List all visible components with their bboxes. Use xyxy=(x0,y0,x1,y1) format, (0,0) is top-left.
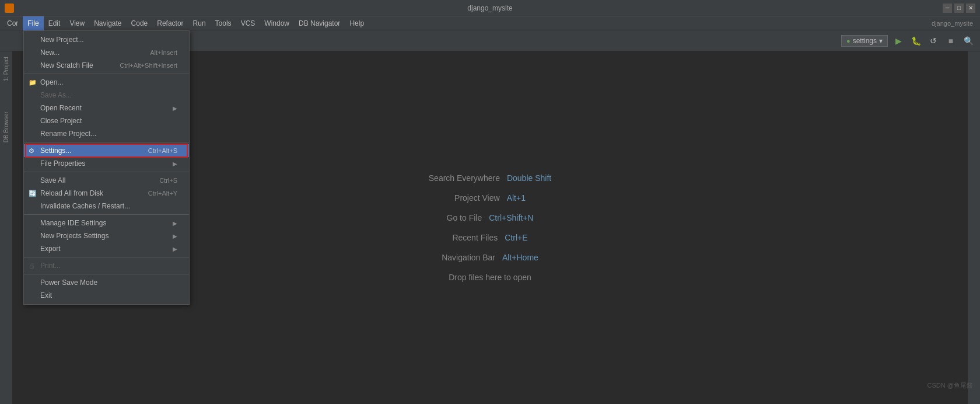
menu-item-help[interactable]: Help xyxy=(345,16,369,30)
menu-item-edit[interactable]: Edit xyxy=(44,16,65,30)
sep-1 xyxy=(24,74,189,74)
new-project-label: New Project... xyxy=(40,36,84,44)
menu-export[interactable]: Export ▶ xyxy=(24,242,189,255)
search-everywhere-key: Double Shift xyxy=(507,173,551,183)
reload-all-label: Reload All from Disk xyxy=(40,189,103,197)
menu-reload-all[interactable]: 🔄 Reload All from Disk Ctrl+Alt+Y xyxy=(24,187,189,200)
project-view-key: Alt+1 xyxy=(507,193,526,203)
menu-new-projects-settings[interactable]: New Projects Settings ▶ xyxy=(24,229,189,242)
run-button[interactable]: ▶ xyxy=(891,34,905,48)
go-to-file-key: Ctrl+Shift+N xyxy=(489,213,533,222)
reload-shortcut: Ctrl+Alt+Y xyxy=(148,190,177,197)
stop-button[interactable]: ■ xyxy=(944,34,958,48)
save-as-label: Save As... xyxy=(40,91,72,99)
manage-ide-arrow: ▶ xyxy=(173,220,177,227)
nav-bar-label: Navigation Bar xyxy=(442,253,495,262)
menu-item-tools[interactable]: Tools xyxy=(211,16,236,30)
debug-button[interactable]: 🐛 xyxy=(909,34,923,48)
file-dropdown-menu: New Project... New... Alt+Insert New Scr… xyxy=(23,30,190,305)
menu-new-project[interactable]: New Project... xyxy=(24,33,189,46)
title-bar: django_mysite ─ □ ✕ xyxy=(0,0,980,16)
menu-open[interactable]: 📁 Open... xyxy=(24,76,189,89)
rerun-button[interactable]: ↺ xyxy=(926,34,940,48)
menu-bar: Cor File Edit View Navigate Code Refacto… xyxy=(0,16,980,30)
settings-dropdown-arrow: ▾ xyxy=(879,37,883,45)
drop-files-label: Drop files here to open xyxy=(449,273,531,282)
invalidate-label: Invalidate Caches / Restart... xyxy=(40,202,130,210)
project-name: django_mysite xyxy=(932,20,978,27)
title-bar-left xyxy=(5,4,16,13)
open-label: Open... xyxy=(40,78,63,86)
maximize-button[interactable]: □ xyxy=(954,4,964,13)
settings-dropdown[interactable]: ● settings ▾ xyxy=(841,35,888,47)
search-everywhere-label: Search Everywhere xyxy=(429,173,500,183)
file-properties-arrow: ▶ xyxy=(173,161,177,167)
exit-label: Exit xyxy=(40,291,52,299)
file-properties-label: File Properties xyxy=(40,159,85,168)
project-view-label: Project View xyxy=(454,193,500,203)
go-to-file-label: Go to File xyxy=(447,213,482,222)
new-shortcut: Alt+Insert xyxy=(150,49,177,56)
manage-ide-label: Manage IDE Settings xyxy=(40,219,106,227)
menu-open-recent[interactable]: Open Recent ▶ xyxy=(24,102,189,114)
settings-icon: ⚙ xyxy=(29,147,34,155)
recent-files-label: Recent Files xyxy=(452,233,498,242)
sep-4 xyxy=(24,214,189,215)
export-label: Export xyxy=(40,245,61,253)
menu-item-db-navigator[interactable]: DB Navigator xyxy=(294,16,345,30)
menu-print: 🖨 Print... xyxy=(24,259,189,272)
open-recent-arrow: ▶ xyxy=(173,105,177,112)
shortcut-row-nav: Navigation Bar Alt+Home xyxy=(442,253,538,262)
save-all-label: Save All xyxy=(40,176,65,184)
menu-item-window[interactable]: Window xyxy=(260,16,294,30)
menu-item-view[interactable]: View xyxy=(65,16,89,30)
menu-item-vcs[interactable]: VCS xyxy=(236,16,260,30)
menu-power-save[interactable]: Power Save Mode xyxy=(24,276,189,289)
menu-new[interactable]: New... Alt+Insert xyxy=(24,46,189,59)
menu-item-navigate[interactable]: Navigate xyxy=(89,16,126,30)
menu-item-refactor[interactable]: Refactor xyxy=(152,16,188,30)
new-scratch-shortcut: Ctrl+Alt+Shift+Insert xyxy=(120,62,177,69)
sep-3 xyxy=(24,172,189,172)
settings-label: settings xyxy=(853,37,877,45)
new-projects-settings-label: New Projects Settings xyxy=(40,232,108,240)
open-icon: 📁 xyxy=(29,79,37,86)
recent-files-key: Ctrl+E xyxy=(505,233,527,242)
shortcut-row-drop: Drop files here to open xyxy=(449,273,531,282)
menu-exit[interactable]: Exit xyxy=(24,289,189,302)
close-project-label: Close Project xyxy=(40,117,82,125)
menu-item-file[interactable]: File xyxy=(23,16,43,30)
print-icon: 🖨 xyxy=(29,262,35,269)
title-bar-title: django_mysite xyxy=(467,4,512,12)
left-side-panel: 1: Project DB Browser xyxy=(0,51,13,404)
shortcut-row-recent: Recent Files Ctrl+E xyxy=(452,233,527,242)
menu-invalidate[interactable]: Invalidate Caches / Restart... xyxy=(24,200,189,213)
title-bar-controls: ─ □ ✕ xyxy=(943,4,975,13)
menu-rename-project[interactable]: Rename Project... xyxy=(24,127,189,140)
export-arrow: ▶ xyxy=(173,246,177,252)
menu-file-properties[interactable]: File Properties ▶ xyxy=(24,157,189,170)
project-panel-label: 1: Project xyxy=(3,57,9,81)
new-scratch-label: New Scratch File xyxy=(40,61,93,69)
shortcut-row-search: Search Everywhere Double Shift xyxy=(429,173,551,183)
menu-item-run[interactable]: Run xyxy=(188,16,211,30)
close-button[interactable]: ✕ xyxy=(966,4,975,13)
sep-2 xyxy=(24,142,189,142)
minimize-button[interactable]: ─ xyxy=(943,4,952,13)
watermark: CSDN @鱼尾酱 xyxy=(928,381,973,390)
search-button[interactable]: 🔍 xyxy=(961,34,975,48)
file-dropdown-overlay: New Project... New... Alt+Insert New Scr… xyxy=(23,30,190,305)
menu-item-code[interactable]: Code xyxy=(127,16,153,30)
menu-item-cor[interactable]: Cor xyxy=(2,16,23,30)
menu-settings[interactable]: ⚙ Settings... Ctrl+Alt+S xyxy=(24,144,189,157)
menu-close-project[interactable]: Close Project xyxy=(24,114,189,127)
sidebar-item-db-browser[interactable]: DB Browser xyxy=(0,110,13,145)
shortcut-row-goto-file: Go to File Ctrl+Shift+N xyxy=(447,213,534,222)
open-recent-label: Open Recent xyxy=(40,104,82,112)
menu-save-all[interactable]: Save All Ctrl+S xyxy=(24,174,189,187)
menu-manage-ide[interactable]: Manage IDE Settings ▶ xyxy=(24,217,189,229)
app-icon xyxy=(5,4,14,13)
reload-icon: 🔄 xyxy=(29,190,37,197)
sidebar-item-project[interactable]: 1: Project xyxy=(0,51,13,86)
menu-new-scratch[interactable]: New Scratch File Ctrl+Alt+Shift+Insert xyxy=(24,59,189,72)
